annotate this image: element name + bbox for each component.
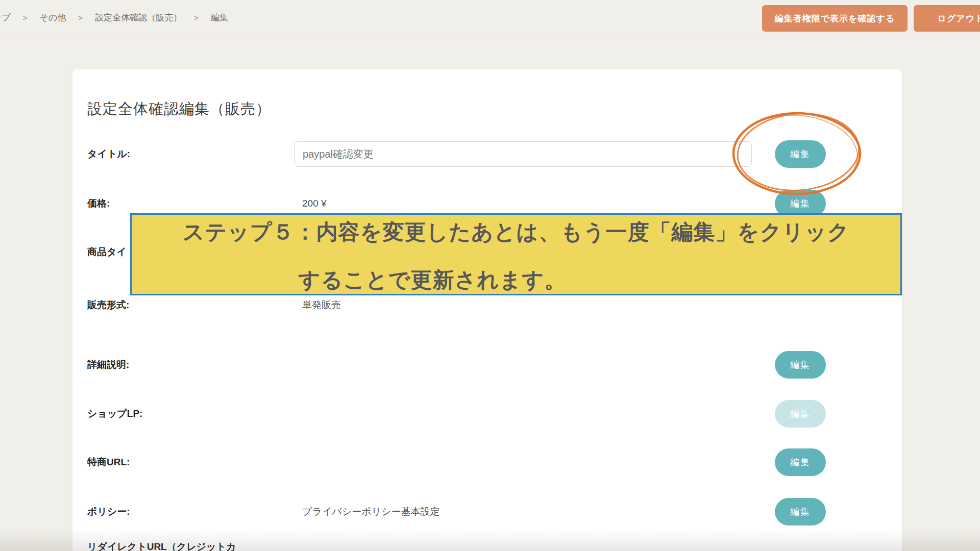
field-label-tokusho-url: 特商URL: xyxy=(87,448,130,476)
edit-button-policy[interactable]: 編集 xyxy=(775,498,826,525)
field-label-sales-format: 販売形式: xyxy=(87,291,129,319)
page-title: 設定全体確認編集（販売） xyxy=(87,99,271,119)
field-label-price: 価格: xyxy=(87,190,110,217)
field-label-description: 詳細説明: xyxy=(87,351,129,379)
breadcrumb-separator: > xyxy=(23,13,28,22)
breadcrumb-item-top[interactable]: ップ xyxy=(0,12,11,23)
breadcrumb-separator: > xyxy=(194,13,199,22)
policy-value: プライバシーポリシー基本設定 xyxy=(302,498,440,525)
breadcrumb-item-edit[interactable]: 編集 xyxy=(211,12,228,23)
edit-button-tokusho-url[interactable]: 編集 xyxy=(775,448,826,476)
field-label-redirect-url: リダイレクトURL（クレジットカ xyxy=(87,533,236,551)
preview-as-editor-button[interactable]: 編集者権限で表示を確認する xyxy=(762,5,908,32)
edit-button-description[interactable]: 編集 xyxy=(775,351,826,379)
field-label-policy: ポリシー: xyxy=(87,498,130,525)
top-bar: ップ > その他 > 設定全体確認（販売） > 編集 編集者権限で表示を確認する… xyxy=(0,0,980,35)
logout-button[interactable]: ログアウト xyxy=(914,5,980,32)
step-instruction-overlay: ステップ５：内容を変更したあとは、もう一度「編集」をクリック することで更新され… xyxy=(130,213,902,295)
field-label-title: タイトル: xyxy=(87,140,130,168)
field-label-shop-lp: ショップLP: xyxy=(87,400,142,428)
field-label-product-type: 商品タイ xyxy=(87,238,127,266)
edit-button-shop-lp[interactable]: 編集 xyxy=(775,400,826,428)
settings-edit-card: 設定全体確認編集（販売） タイトル: 編集 価格: 200 ¥ 編集 商品タイ … xyxy=(72,69,902,551)
breadcrumb-separator: > xyxy=(78,13,83,22)
breadcrumb-item-settings-overview[interactable]: 設定全体確認（販売） xyxy=(95,12,182,23)
breadcrumb-item-other[interactable]: その他 xyxy=(40,12,66,23)
step-instruction-line2: することで更新されます。 xyxy=(48,266,817,294)
edit-button-title[interactable]: 編集 xyxy=(775,140,826,168)
step-instruction-line1: ステップ５：内容を変更したあとは、もう一度「編集」をクリック xyxy=(132,218,900,246)
sales-format-value: 単発販売 xyxy=(302,291,341,319)
title-input[interactable] xyxy=(294,141,752,167)
breadcrumb: ップ > その他 > 設定全体確認（販売） > 編集 xyxy=(0,0,228,35)
